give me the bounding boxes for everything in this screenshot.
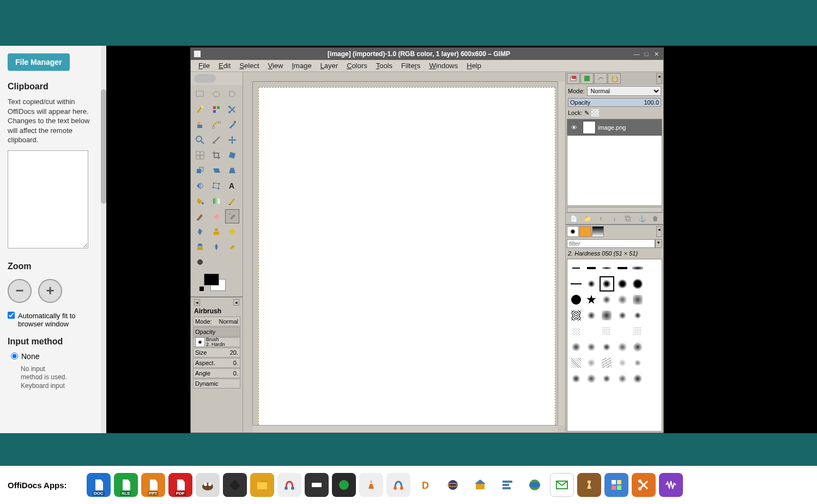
- lock-pixels-icon[interactable]: ✎: [584, 110, 589, 117]
- app-blocks[interactable]: [604, 473, 628, 497]
- app-doc[interactable]: DOC: [87, 473, 111, 497]
- menu-filters[interactable]: Filters: [398, 60, 423, 71]
- maximize-button[interactable]: □: [643, 50, 650, 58]
- brush-item[interactable]: [600, 339, 614, 355]
- by-color-select-tool[interactable]: [209, 102, 223, 117]
- app-cut[interactable]: [632, 473, 656, 497]
- app-pdf[interactable]: PDF: [168, 473, 192, 497]
- ink-tool[interactable]: [193, 224, 207, 239]
- app-audio[interactable]: [386, 473, 410, 497]
- layer-row[interactable]: 👁 image.png: [567, 119, 662, 136]
- zoom-in-button[interactable]: +: [38, 279, 62, 303]
- brush-item[interactable]: [584, 324, 598, 339]
- layers-tab[interactable]: [567, 73, 580, 84]
- layer-thumbnail[interactable]: [583, 121, 596, 134]
- brush-item[interactable]: [630, 260, 645, 276]
- clipboard-textarea[interactable]: [8, 150, 88, 248]
- brush-item[interactable]: [630, 292, 645, 307]
- brush-item[interactable]: [600, 308, 614, 323]
- brush-filter-input[interactable]: [567, 239, 655, 248]
- brush-item[interactable]: [615, 355, 630, 371]
- app-inkscape[interactable]: [223, 473, 247, 497]
- menu-tools[interactable]: Tools: [373, 60, 396, 71]
- to-angle-row[interactable]: Angle0.: [193, 368, 240, 378]
- brush-item[interactable]: [584, 371, 598, 386]
- scale-tool[interactable]: [193, 163, 207, 178]
- brush-item[interactable]: [568, 276, 583, 292]
- paintbrush-tool[interactable]: [193, 209, 207, 223]
- brush-item[interactable]: [568, 324, 583, 339]
- canvas-viewport[interactable]: [253, 82, 558, 425]
- clone-tool[interactable]: [209, 224, 223, 239]
- airbrush-tool[interactable]: [225, 209, 239, 223]
- tool-options-collapse-icon[interactable]: ◂: [233, 299, 239, 306]
- menu-layer[interactable]: Layer: [317, 60, 342, 71]
- brush-item[interactable]: [600, 371, 614, 386]
- brush-item[interactable]: [568, 355, 583, 371]
- brush-item[interactable]: [615, 260, 630, 276]
- paths-tool[interactable]: [209, 118, 223, 132]
- brush-item[interactable]: [630, 324, 645, 339]
- shear-tool[interactable]: [209, 163, 223, 178]
- brush-item[interactable]: [646, 276, 661, 292]
- to-aspect-row[interactable]: Aspect.0.: [193, 358, 240, 368]
- brush-item[interactable]: [646, 339, 661, 355]
- fg-color[interactable]: [204, 274, 219, 286]
- menu-file[interactable]: File: [195, 60, 213, 71]
- new-layer-button[interactable]: 📄: [570, 214, 578, 223]
- brush-item[interactable]: [630, 355, 645, 371]
- lower-layer-button[interactable]: ↓: [610, 214, 619, 223]
- to-mode-value[interactable]: Normal: [219, 318, 238, 325]
- brush-item[interactable]: [600, 324, 614, 339]
- minimize-button[interactable]: —: [633, 50, 640, 58]
- menu-select[interactable]: Select: [236, 60, 262, 71]
- menu-colors[interactable]: Colors: [343, 60, 371, 71]
- app-browser[interactable]: [523, 473, 547, 497]
- app-openshot[interactable]: [305, 473, 329, 497]
- sidebar-scrollbar[interactable]: [101, 46, 106, 433]
- brush-preview-icon[interactable]: [195, 337, 205, 347]
- blend-tool[interactable]: [209, 194, 223, 208]
- app-gimp[interactable]: [196, 473, 220, 497]
- flip-tool[interactable]: [193, 179, 207, 193]
- input-none-radio[interactable]: [11, 353, 18, 360]
- app-vlc[interactable]: [359, 473, 383, 497]
- filter-dropdown-icon[interactable]: ▾: [655, 239, 662, 248]
- brush-item[interactable]: [600, 292, 614, 307]
- brush-item[interactable]: [584, 355, 598, 371]
- app-files[interactable]: [250, 473, 274, 497]
- to-brush-row[interactable]: Brush 2. Hardn: [193, 337, 240, 347]
- app-soundwave[interactable]: [659, 473, 683, 497]
- cage-tool[interactable]: [209, 179, 223, 193]
- fg-bg-colors[interactable]: [194, 274, 239, 294]
- ellipse-select-tool[interactable]: [209, 87, 223, 101]
- delete-layer-button[interactable]: 🗑: [651, 214, 660, 223]
- bucket-fill-tool[interactable]: [193, 194, 207, 208]
- paths-tab[interactable]: [594, 73, 607, 84]
- brush-item[interactable]: [630, 339, 645, 355]
- to-dynamics-row[interactable]: Dynamic: [193, 379, 240, 388]
- brush-item[interactable]: [600, 260, 614, 276]
- app-mail[interactable]: [550, 473, 574, 497]
- brush-item[interactable]: [615, 276, 630, 292]
- brush-item[interactable]: [584, 339, 598, 355]
- layer-name[interactable]: image.png: [598, 124, 626, 131]
- anchor-layer-button[interactable]: ⚓: [638, 214, 646, 223]
- menu-windows[interactable]: Windows: [426, 60, 462, 71]
- app-chess[interactable]: [577, 473, 601, 497]
- brush-item[interactable]: [646, 355, 661, 371]
- perspective-tool[interactable]: [225, 163, 239, 178]
- brush-item[interactable]: [630, 308, 645, 323]
- horizontal-scrollbar[interactable]: [253, 425, 558, 433]
- brush-item[interactable]: [615, 339, 630, 355]
- to-opacity-slider[interactable]: Opacity: [193, 327, 240, 337]
- brush-item[interactable]: [615, 292, 630, 307]
- brush-item[interactable]: [600, 355, 614, 371]
- patterns-tab[interactable]: [579, 226, 591, 237]
- menu-edit[interactable]: Edit: [215, 60, 234, 71]
- visibility-icon[interactable]: 👁: [567, 124, 580, 131]
- scissors-tool[interactable]: [225, 102, 239, 117]
- menu-help[interactable]: Help: [463, 60, 485, 71]
- app-audacity[interactable]: [277, 473, 301, 497]
- vertical-scrollbar[interactable]: [558, 82, 565, 425]
